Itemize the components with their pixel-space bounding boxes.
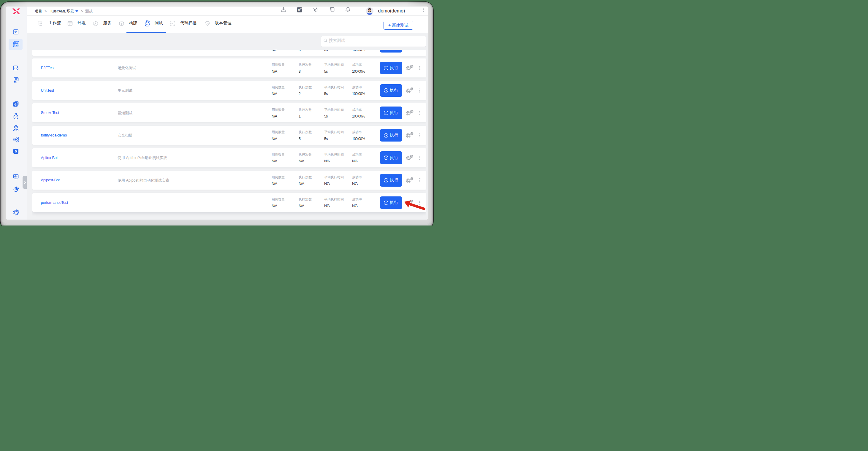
svg-text:文: 文: [300, 7, 302, 10]
svg-text:Z: Z: [15, 211, 17, 214]
svg-text:PM: PM: [14, 44, 18, 46]
